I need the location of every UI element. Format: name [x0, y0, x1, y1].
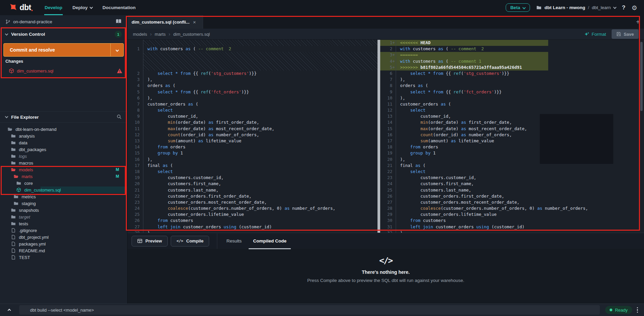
code-line-right-8[interactable]: 8orders as ( — [380, 83, 644, 89]
code-line-left-25[interactable]: 25 customer_orders.lifetime_value — [128, 211, 377, 218]
breadcrumb-item[interactable]: dim_customers.sql — [173, 32, 210, 37]
tree-item-models[interactable]: modelsM — [0, 166, 127, 173]
tree-item-tests[interactable]: tests — [0, 220, 127, 227]
code-line-right-10[interactable]: 10), — [380, 95, 644, 101]
code-line-right-12[interactable]: 12 select — [380, 107, 644, 113]
code-line-left-10[interactable]: 10 min(order_date) as first_order_date, — [128, 119, 377, 125]
commit-options-dropdown[interactable] — [111, 44, 123, 56]
tree-item-dbt-packages[interactable]: dbt_packages — [0, 146, 127, 153]
code-line-left-9[interactable]: 9 customer_id, — [128, 113, 377, 119]
breadcrumb-item[interactable]: marts — [155, 32, 166, 37]
close-icon[interactable]: × — [193, 19, 196, 25]
code-line-left-3[interactable]: 3), — [128, 77, 377, 83]
breadcrumb-item[interactable]: models — [133, 32, 147, 37]
code-line-right-23[interactable]: 23 customers.customer_id, — [380, 175, 644, 181]
code-line-right-9[interactable]: 9 select * from {{ ref('fct_orders')}} — [380, 89, 644, 95]
code-line-right-24[interactable]: 24 customers.first_name, — [380, 181, 644, 187]
tree-item-dim-customers-sql[interactable]: dim_customers.sql — [0, 186, 127, 193]
kebab-menu-icon[interactable] — [637, 307, 638, 313]
code-line-left-20[interactable]: 20 customers.first_name, — [128, 181, 377, 187]
tree-item-readme-md[interactable]: README.md — [0, 247, 127, 254]
code-line-left-1[interactable]: 1with customers as ( -- comment 2 — [128, 46, 377, 52]
code-line-left-2[interactable]: 2 select * from {{ ref('stg_customers')}… — [128, 70, 377, 77]
tab-compiled-code[interactable]: Compiled Code — [247, 233, 292, 249]
tree-item-analysis[interactable]: analysis — [0, 133, 127, 139]
new-tab-button[interactable]: + — [636, 18, 640, 26]
code-line-left-27[interactable]: 27 left join customer_orders using (cust… — [128, 224, 377, 230]
commit-and-resolve-button[interactable]: Commit and resolve — [3, 43, 124, 57]
code-line-left-14[interactable]: 14 from orders — [128, 144, 377, 150]
editor-scrollbar[interactable] — [377, 40, 380, 233]
code-line-left-23[interactable]: 23 customer_orders.most_recent_order_dat… — [128, 199, 377, 205]
tree-item-snapshots[interactable]: snapshots — [0, 207, 127, 213]
tree-item-dbt-learn-on-demand[interactable]: dbt-learn-on-demand — [0, 126, 127, 133]
tree-item-macros[interactable]: macros — [0, 160, 127, 166]
code-line-right-32[interactable]: 32) — [380, 230, 644, 233]
compile-button[interactable]: </> Compile — [171, 236, 209, 247]
docs-book-icon[interactable] — [115, 19, 122, 25]
code-line-left-13[interactable]: 13 sum(amount) as lifetime_value — [128, 138, 377, 144]
code-line-right-5[interactable]: 5+>>>>>>> b81f802a66fd544504c65721e3ffaa… — [380, 64, 644, 70]
code-line-left-7[interactable]: 7customer_orders as ( — [128, 101, 377, 107]
code-line-right-28[interactable]: 28 coalesce(customer_orders.number_of_or… — [380, 205, 644, 211]
code-line-right-29[interactable]: 29 customer_orders.lifetime_value — [380, 211, 644, 218]
code-line-right-22[interactable]: 22 select — [380, 169, 644, 175]
code-line-left-21[interactable]: 21 customers.last_name, — [128, 187, 377, 193]
code-line-right-25[interactable]: 25 customers.last_name, — [380, 187, 644, 193]
code-line-left-12[interactable]: 12 count(order_id) as number_of_orders, — [128, 132, 377, 138]
tree-item-metrics[interactable]: metrics — [0, 193, 127, 200]
code-line-left-24[interactable]: 24 coalesce(customer_orders.number_of_or… — [128, 205, 377, 211]
scrollbar-thumb[interactable] — [640, 42, 643, 111]
tree-item-marts[interactable]: martsM — [0, 173, 127, 180]
tree-item-target[interactable]: target — [0, 213, 127, 220]
version-control-header[interactable]: Version Control 1 — [0, 29, 127, 40]
tree-item-logs[interactable]: logs — [0, 153, 127, 160]
changed-file-row[interactable]: dim_customers.sql — [0, 66, 127, 75]
code-line-left-28[interactable]: 28) — [128, 230, 377, 233]
tree-item--gitignore[interactable]: .gitignore — [0, 227, 127, 234]
nav-item-deploy[interactable]: Deploy — [67, 0, 97, 15]
tree-item-packages-yml[interactable]: packages.yml — [0, 240, 127, 247]
tree-item-data[interactable]: data — [0, 139, 127, 146]
code-line-left-11[interactable]: 11 max(order_date) as most_recent_order_… — [128, 126, 377, 132]
code-line-left-6[interactable]: 6), — [128, 95, 377, 101]
save-button[interactable]: Save — [612, 29, 639, 39]
code-line-right-6[interactable]: 6 select * from {{ ref('stg_customers')}… — [380, 70, 644, 77]
command-input[interactable]: dbt build --select <model_name> — [19, 305, 600, 315]
code-line-right-11[interactable]: 11customer_orders as ( — [380, 101, 644, 107]
preview-button[interactable]: Preview — [132, 236, 168, 247]
code-line-right-27[interactable]: 27 customer_orders.most_recent_order_dat… — [380, 199, 644, 205]
beta-dropdown[interactable]: Beta — [506, 3, 530, 12]
tree-item-dbt-project-yml[interactable]: dbt_project.yml — [0, 234, 127, 240]
code-line-left-18[interactable]: 18 select — [128, 169, 377, 175]
format-button[interactable]: Format — [584, 32, 606, 37]
tree-item-core[interactable]: core — [0, 180, 127, 186]
code-line-left-19[interactable]: 19 customers.customer_id, — [128, 175, 377, 181]
code-line-left-5[interactable]: 5 select * from {{ ref('fct_orders')}} — [128, 89, 377, 95]
code-line-right-3[interactable]: 3+======= — [380, 52, 644, 58]
code-line-right-30[interactable]: 30 from customers — [380, 218, 644, 224]
expand-panel-icon[interactable] — [8, 308, 10, 313]
file-explorer-header[interactable]: File Explorer — [0, 111, 127, 123]
code-line-right-4[interactable]: 4+with customers as ( -- comment 1 — [380, 58, 644, 64]
code-line-right-26[interactable]: 26 customer_orders.first_order_date, — [380, 193, 644, 199]
project-selector[interactable]: dbt Learn - mwong / dbt_learn — [536, 5, 616, 10]
code-line-left-4[interactable]: 4orders as ( — [128, 83, 377, 89]
code-line-left-17[interactable]: 17final as ( — [128, 163, 377, 169]
code-line-left-15[interactable]: 15 group by 1 — [128, 150, 377, 156]
code-line-left-22[interactable]: 22 customer_orders.first_order_date, — [128, 193, 377, 199]
nav-item-develop[interactable]: Develop — [39, 0, 67, 15]
gear-icon[interactable]: ⚙ — [632, 4, 637, 11]
dbt-logo[interactable]: dbt — [7, 3, 33, 13]
code-line-left-8[interactable]: 8 select — [128, 107, 377, 113]
search-icon[interactable] — [116, 114, 122, 120]
code-line-right-7[interactable]: 7), — [380, 77, 644, 83]
code-line-right-1[interactable]: 1+<<<<<<< HEAD — [380, 40, 644, 46]
tree-item-staging[interactable]: staging — [0, 200, 127, 207]
code-line-left-26[interactable]: 26 from customers — [128, 218, 377, 224]
editor-tab[interactable]: dim_customers.sql (confli... × — [128, 15, 203, 29]
help-icon[interactable]: ? — [622, 4, 625, 11]
code-line-right-2[interactable]: 2with customers as ( -- comment 2 — [380, 46, 644, 52]
code-line-left-16[interactable]: 16), — [128, 156, 377, 163]
nav-item-documentation[interactable]: Documentation — [97, 0, 141, 15]
